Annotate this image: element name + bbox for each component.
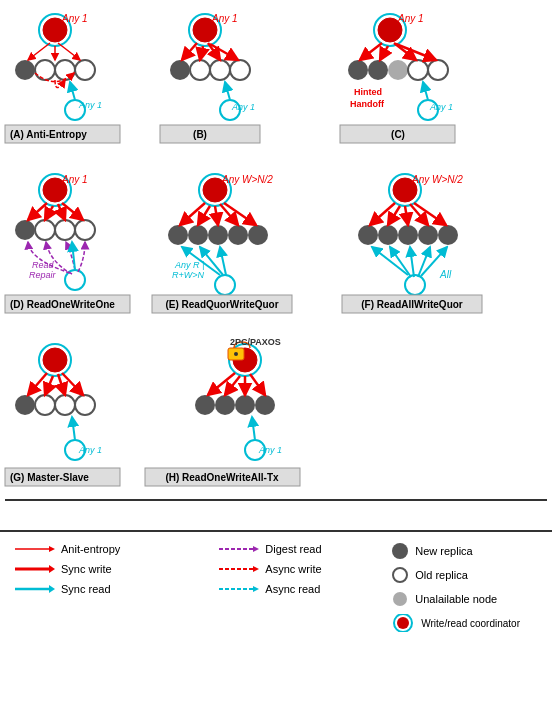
unavailable-node-label: Unalailable node — [415, 593, 497, 605]
legend-left: Anit-entropy Sync write Sync read — [15, 542, 209, 700]
coordinator-label: Write/read coordinator — [421, 618, 520, 629]
svg-line-46 — [423, 82, 428, 100]
svg-text:(H) ReadOneWriteAll-Tx: (H) ReadOneWriteAll-Tx — [165, 472, 279, 483]
svg-point-55 — [75, 220, 95, 240]
svg-point-115 — [75, 395, 95, 415]
svg-point-17 — [170, 60, 190, 80]
svg-point-69 — [168, 225, 188, 245]
svg-point-156 — [392, 543, 408, 559]
svg-line-7 — [28, 43, 50, 60]
svg-text:Any W>N/2: Any W>N/2 — [411, 174, 463, 185]
new-replica-label: New replica — [415, 545, 472, 557]
svg-text:Any 1: Any 1 — [61, 174, 88, 185]
diagram-area: Any 1 Any 1 (A) Anti-Entropy Any 1 Any 1… — [0, 0, 552, 530]
svg-point-71 — [208, 225, 228, 245]
legend-right: Digest read Async write Async read — [219, 542, 381, 700]
new-replica-icon — [391, 542, 409, 560]
sync-read-label: Sync read — [61, 583, 111, 595]
svg-point-95 — [405, 275, 425, 295]
legend-sync-read: Sync read — [15, 582, 209, 596]
svg-text:(G) Master-Slave: (G) Master-Slave — [10, 472, 89, 483]
svg-text:Repair: Repair — [29, 270, 57, 280]
svg-point-92 — [398, 225, 418, 245]
svg-line-9 — [58, 43, 80, 60]
svg-rect-29 — [160, 125, 260, 143]
svg-line-77 — [215, 206, 218, 225]
svg-point-128 — [234, 352, 238, 356]
svg-marker-155 — [253, 586, 259, 592]
async-write-arrow-icon — [219, 562, 259, 576]
sync-read-arrow-icon — [15, 582, 55, 596]
svg-line-135 — [208, 373, 235, 395]
svg-point-131 — [215, 395, 235, 415]
svg-point-94 — [438, 225, 458, 245]
svg-line-117 — [28, 373, 47, 395]
svg-line-40 — [380, 46, 388, 60]
svg-text:Any W>N/2: Any W>N/2 — [221, 174, 273, 185]
async-read-label: Async read — [265, 583, 320, 595]
svg-line-83 — [220, 247, 226, 275]
svg-point-36 — [408, 60, 428, 80]
svg-point-20 — [230, 60, 250, 80]
legend-sync-write: Sync write — [15, 562, 209, 576]
old-replica-icon — [391, 566, 409, 584]
svg-text:Any 1: Any 1 — [397, 13, 424, 24]
svg-line-121 — [72, 417, 75, 440]
svg-point-72 — [228, 225, 248, 245]
svg-point-112 — [15, 395, 35, 415]
svg-point-34 — [368, 60, 388, 80]
svg-marker-147 — [49, 565, 55, 573]
legend-digest-read: Digest read — [219, 542, 381, 556]
svg-line-22 — [182, 43, 197, 60]
svg-text:Any 1: Any 1 — [78, 445, 102, 455]
svg-text:Any 1: Any 1 — [429, 102, 453, 112]
svg-line-58 — [45, 206, 53, 220]
svg-line-103 — [390, 247, 411, 277]
svg-point-37 — [428, 60, 448, 80]
svg-marker-149 — [49, 585, 55, 593]
legend-anti-entropy: Anit-entropy — [15, 542, 209, 556]
svg-line-118 — [45, 376, 53, 395]
legend-old-replica: Old replica — [391, 566, 537, 584]
svg-text:Any 1: Any 1 — [231, 102, 255, 112]
svg-text:(B): (B) — [193, 129, 207, 140]
anti-entropy-arrow-icon — [15, 542, 55, 556]
svg-marker-151 — [253, 546, 259, 552]
svg-text:Hinted: Hinted — [354, 87, 382, 97]
svg-line-119 — [58, 374, 65, 395]
svg-line-98 — [405, 206, 408, 225]
svg-line-138 — [250, 374, 265, 395]
svg-text:R+W>N: R+W>N — [172, 270, 205, 280]
svg-point-130 — [195, 395, 215, 415]
svg-text:Any 1: Any 1 — [61, 13, 88, 24]
svg-text:(D) ReadOneWriteOne: (D) ReadOneWriteOne — [10, 299, 115, 310]
sync-write-arrow-icon — [15, 562, 55, 576]
svg-text:Handoff: Handoff — [350, 99, 385, 109]
svg-line-42 — [396, 44, 436, 60]
svg-text:Any R |: Any R | — [174, 260, 204, 270]
svg-point-4 — [55, 60, 75, 80]
svg-line-39 — [360, 43, 382, 60]
svg-point-2 — [15, 60, 35, 80]
svg-marker-153 — [253, 566, 259, 572]
svg-marker-145 — [49, 546, 55, 552]
legend-unavailable-node: Unalailable node — [391, 590, 537, 608]
svg-point-90 — [358, 225, 378, 245]
svg-point-110 — [43, 348, 67, 372]
svg-line-139 — [252, 417, 255, 440]
old-replica-label: Old replica — [415, 569, 468, 581]
async-read-arrow-icon — [219, 582, 259, 596]
svg-text:2PC/PAXOS: 2PC/PAXOS — [230, 337, 281, 347]
svg-point-18 — [190, 60, 210, 80]
svg-text:Any 1: Any 1 — [258, 445, 282, 455]
legend-area: Anit-entropy Sync write Sync read Digest… — [0, 530, 552, 710]
svg-text:(E) ReadQuorWriteQuor: (E) ReadQuorWriteQuor — [165, 299, 278, 310]
svg-point-159 — [397, 617, 409, 629]
sync-write-label: Sync write — [61, 563, 112, 575]
async-write-label: Async write — [265, 563, 321, 575]
svg-text:Any 1: Any 1 — [78, 100, 102, 110]
svg-point-35 — [388, 60, 408, 80]
svg-point-157 — [393, 568, 407, 582]
legend-icons: New replica Old replica Unalailable node… — [391, 542, 537, 700]
legend-async-write: Async write — [219, 562, 381, 576]
